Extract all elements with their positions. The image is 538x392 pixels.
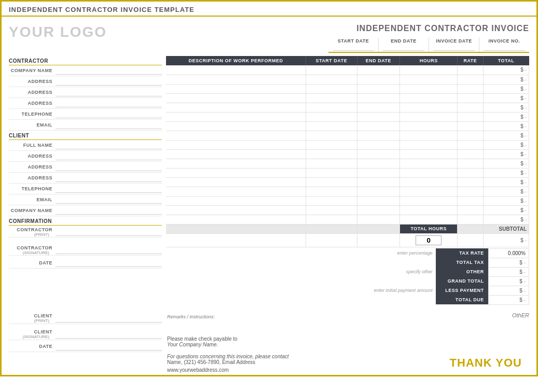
client-address1-row: ADDRESS [9,151,162,162]
client-telephone-row: TELEPHONE [9,184,162,194]
col-end-date: END DATE [357,56,400,65]
client-section-header: CLIENT [9,131,162,140]
table-row: $ - [166,159,529,168]
table-row: $ - [166,75,529,84]
invoice-date-field[interactable]: INVOICE DATE [429,37,479,52]
client-company-row: COMPANY NAME [9,205,162,216]
invoice-title: INDEPENDENT CONTRACTOR INVOICE [328,24,529,33]
contact-details: Name, (321) 456-7890, Email Address [167,359,420,365]
col-start-date: START DATE [306,56,357,65]
client-fullname-row: FULL NAME [9,140,162,151]
client-email-row: EMAIL [9,194,162,205]
contractor-company-name-row: COMPANY NAME [9,65,162,76]
other-label-right: OthER [512,312,529,318]
col-total: TOTAL [483,56,529,65]
client-address3-row: ADDRESS [9,173,162,184]
table-row: $ - [166,103,529,112]
start-date-field[interactable]: START DATE [328,37,378,52]
table-row: $ - [166,65,529,75]
thank-you-text: THANK YOU [450,354,529,373]
table-row: $ - [166,196,529,205]
remarks-section: Remarks / Instructions: [167,311,420,320]
check-payable-line2: Your Company Name. [167,342,420,347]
conf-contractor-date-row: DATE [9,258,162,269]
table-row: $ - [166,177,529,187]
website-url: www.yourwebaddress.com [167,367,420,373]
invoice-no-field[interactable]: INVOICE NO. [479,37,529,52]
contact-section: For questions concerning this invoice, p… [167,354,420,365]
page-title: Independent Contractor Invoice Template [9,6,195,13]
table-row: $ - [166,168,529,177]
less-payment-row: enter initial payment amount LESS PAYMEN… [363,286,529,295]
tax-rate-row: enter percentage TAX RATE 0.000% [363,248,529,258]
end-date-field[interactable]: END DATE [378,37,429,52]
total-due-row: TOTAL DUE $ - [363,295,529,304]
table-row: $ - [166,215,529,224]
table-row: $ - [166,121,529,131]
col-hours: HOURS [400,56,458,65]
check-payable-section: Please make check payable to Your Compan… [167,336,420,347]
table-row: $ - [166,149,529,159]
check-payable-line1: Please make check payable to [167,336,420,342]
table-row: $ - [166,112,529,121]
table-row: $ - [166,187,529,196]
contractor-telephone-row: TELEPHONE [9,109,162,120]
table-row: $ - [166,131,529,140]
contact-line: For questions concerning this invoice, p… [167,354,420,359]
hours-input-row: $ - [166,233,529,247]
total-hours-input[interactable] [416,235,442,245]
client-address2-row: ADDRESS [9,162,162,173]
logo: YOUR LOGO [9,24,107,40]
table-row: $ - [166,84,529,93]
conf-client-date-row: DATE [9,341,162,352]
col-rate: RATE [458,56,483,65]
confirmation-section-header: CONFIRMATION [9,216,162,226]
contractor-address3-row: ADDRESS [9,98,162,109]
other-row: specify other OTHER $ - [363,267,529,276]
total-hours-row: TOTAL HOURS SUBTOTAL [166,224,529,233]
conf-contractor-sig-row: CONTRACTOR (SIGNATURE) [9,245,162,256]
table-row: $ - [166,205,529,215]
col-description: DESCRIPTION OF WORK PERFORMED [166,56,306,65]
remarks-label: Remarks / Instructions: [167,314,215,319]
website-section: www.yourwebaddress.com [167,367,420,373]
total-tax-row: TOTAL TAX $ - [363,258,529,267]
contractor-section-header: CONTRACTOR [9,56,162,65]
contractor-email-row: EMAIL [9,120,162,131]
work-table: DESCRIPTION OF WORK PERFORMED START DATE… [166,56,529,247]
conf-contractor-print-row: CONTRACTOR (PRINT) [9,227,162,237]
table-row: $ - [166,140,529,149]
contractor-address1-row: ADDRESS [9,76,162,87]
contractor-address2-row: ADDRESS [9,87,162,98]
conf-client-print-row: CLIENT (PRINT) [9,313,162,324]
grand-total-row: GRAND TOTAL $ - [363,276,529,286]
table-row: $ - [166,93,529,103]
conf-client-sig-row: CLIENT (SIGNATURE) [9,329,162,340]
